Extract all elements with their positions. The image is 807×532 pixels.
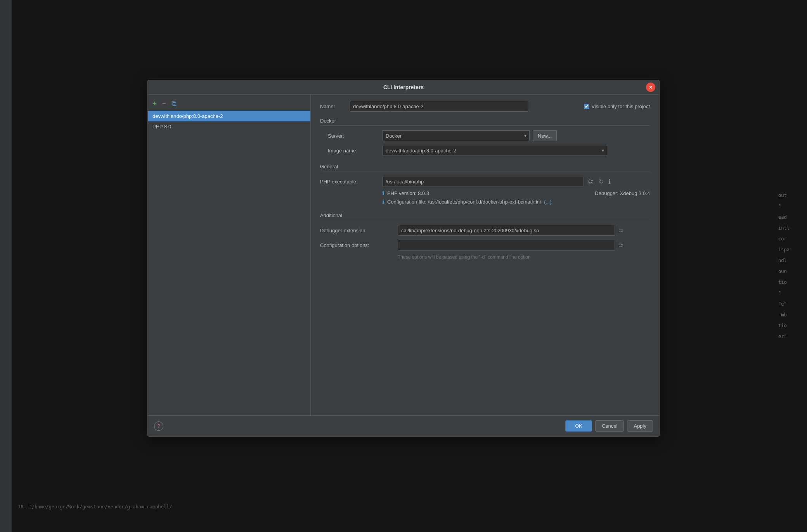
php-exe-refresh-button[interactable]: ↻ (597, 177, 605, 186)
general-section-header: General (320, 164, 650, 171)
dialog-footer: ? OK Cancel Apply (148, 415, 659, 436)
interpreter-item-1[interactable]: devwithlando/php:8.0-apache-2 (148, 111, 310, 121)
dialog-title: CLI Interpreters (383, 84, 424, 90)
cancel-button[interactable]: Cancel (595, 420, 624, 432)
add-interpreter-button[interactable]: + (151, 99, 158, 108)
close-button[interactable]: × (646, 83, 655, 92)
config-options-input[interactable] (398, 240, 615, 250)
php-version-text: PHP version: 8.0.3 (387, 190, 429, 196)
interpreter-item-2[interactable]: PHP 8.0 (148, 121, 310, 132)
footer-right: OK Cancel Apply (565, 420, 653, 432)
dialog-cli-interpreters: CLI Interpreters × + − ⧉ devwithlando/ph… (147, 80, 660, 437)
php-exe-row: PHP executable: 🗂 ↻ ℹ (320, 176, 650, 187)
debugger-ext-label: Debugger extension: (320, 228, 398, 233)
ide-bottom-code: 18. "/home/george/Work/gemstone/vendor/g… (12, 501, 776, 532)
apply-button[interactable]: Apply (627, 420, 653, 432)
php-exe-actions: 🗂 ↻ ℹ (586, 177, 612, 186)
php-exe-label: PHP executable: (320, 179, 382, 185)
php-version-row: ℹ PHP version: 8.0.3 Debugger: Xdebug 3.… (320, 190, 650, 196)
visible-only-label: Visible only for this project (591, 104, 650, 109)
right-panel: Name: Visible only for this project Dock… (311, 95, 659, 415)
php-exe-input[interactable] (382, 176, 584, 187)
php-exe-folder-button[interactable]: 🗂 (586, 177, 596, 186)
additional-section-header: Additional (320, 212, 650, 220)
docker-section-header: Docker (320, 118, 650, 126)
config-options-folder-button[interactable]: 🗂 (617, 241, 625, 249)
image-select-wrapper: devwithlando/php:8.0-apache-2 (382, 145, 607, 156)
server-select[interactable]: Docker (382, 130, 530, 141)
config-file-text: Configuration file: /usr/local/etc/php/c… (387, 199, 541, 205)
ide-left-sidebar (0, 0, 12, 532)
debugger-ext-row: Debugger extension: 🗂 (320, 225, 650, 236)
server-select-wrap: Docker New... (382, 130, 557, 141)
config-hint-text: These options will be passed using the "… (320, 254, 650, 260)
name-label: Name: (320, 104, 343, 109)
dialog-overlay: CLI Interpreters × + − ⧉ devwithlando/ph… (0, 0, 807, 532)
footer-left: ? (154, 421, 163, 431)
docker-form: Server: Docker New... (320, 130, 650, 156)
name-row: Name: Visible only for this project (320, 101, 650, 112)
ide-right-text: out " ead intl- cor ispa ndl oun tio " "… (776, 0, 807, 532)
visible-only-checkbox[interactable] (584, 104, 589, 109)
php-version-info-icon: ℹ (382, 190, 384, 196)
remove-interpreter-button[interactable]: − (161, 99, 168, 108)
debugger-version-text: Debugger: Xdebug 3.0.4 (595, 190, 650, 196)
image-name-select[interactable]: devwithlando/php:8.0-apache-2 (382, 145, 607, 156)
ok-button[interactable]: OK (565, 420, 592, 432)
server-select-wrapper: Docker (382, 130, 530, 141)
server-label: Server: (328, 133, 382, 139)
visible-only-area: Visible only for this project (584, 104, 650, 109)
php-exe-info-button[interactable]: ℹ (607, 177, 612, 186)
dialog-titlebar: CLI Interpreters × (148, 80, 659, 95)
additional-section: Additional Debugger extension: 🗂 Configu… (320, 212, 650, 260)
help-button[interactable]: ? (154, 421, 163, 431)
debugger-ext-input[interactable] (398, 225, 615, 236)
dialog-body: + − ⧉ devwithlando/php:8.0-apache-2 PHP … (148, 95, 659, 415)
new-server-button[interactable]: New... (533, 130, 557, 141)
general-section: General PHP executable: 🗂 ↻ ℹ ℹ (320, 164, 650, 205)
docker-section: Docker Server: Docker New (320, 118, 650, 156)
name-input[interactable] (350, 101, 528, 112)
config-file-link[interactable]: (...) (544, 199, 552, 205)
config-file-row: ℹ Configuration file: /usr/local/etc/php… (320, 199, 650, 205)
server-row: Server: Docker New... (328, 130, 650, 141)
left-toolbar: + − ⧉ (148, 98, 310, 111)
image-name-row: Image name: devwithlando/php:8.0-apache-… (328, 145, 650, 156)
copy-interpreter-button[interactable]: ⧉ (170, 99, 178, 108)
image-name-label: Image name: (328, 148, 382, 154)
config-file-info-icon: ℹ (382, 199, 384, 205)
interpreter-list: devwithlando/php:8.0-apache-2 PHP 8.0 (148, 111, 310, 132)
config-options-row: Configuration options: 🗂 (320, 240, 650, 250)
debugger-ext-folder-button[interactable]: 🗂 (617, 226, 625, 234)
left-panel: + − ⧉ devwithlando/php:8.0-apache-2 PHP … (148, 95, 311, 415)
config-options-label: Configuration options: (320, 242, 398, 248)
